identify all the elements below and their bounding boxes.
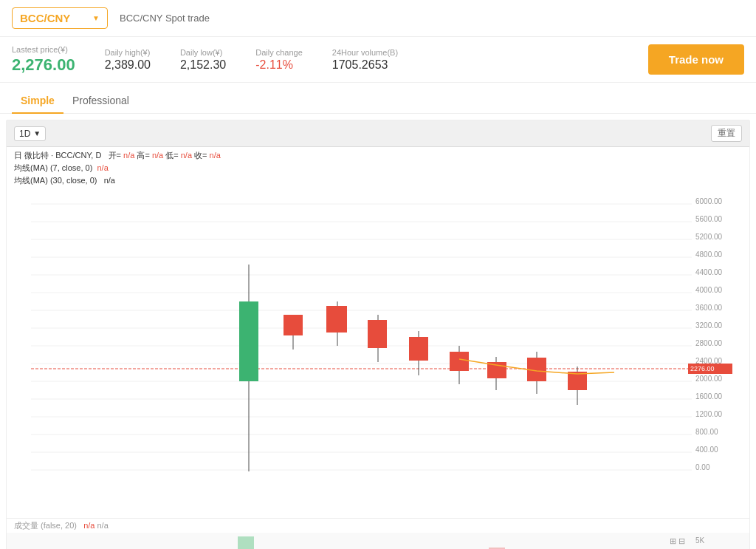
latest-price-label: Lastest price(¥) (12, 45, 75, 54)
svg-text:3600.00: 3600.00 (695, 304, 723, 312)
header: BCC/CNY ▼ BCC/CNY Spot trade (0, 0, 756, 37)
svg-text:5600.00: 5600.00 (695, 215, 723, 223)
svg-text:4000.00: 4000.00 (695, 286, 723, 294)
volume-label: 24Hour volume(B) (332, 48, 398, 57)
svg-text:⊞ ⊟: ⊞ ⊟ (670, 536, 685, 545)
pair-selector[interactable]: BCC/CNY ▼ (12, 7, 108, 29)
svg-text:4800.00: 4800.00 (695, 250, 723, 259)
svg-text:5200.00: 5200.00 (695, 233, 723, 241)
svg-text:2000.00: 2000.00 (695, 375, 723, 383)
chart-toolbar: 1D ▼ 重置 (7, 120, 749, 147)
time-dropdown-icon: ▼ (33, 129, 41, 137)
trade-now-button[interactable]: Trade now (648, 44, 744, 75)
svg-text:4400.00: 4400.00 (695, 268, 723, 276)
latest-price-value: 2,276.00 (12, 55, 75, 75)
grid-lines (31, 204, 692, 470)
candle-body-4 (368, 320, 387, 348)
stats-bar: Lastest price(¥) 2,276.00 Daily high(¥) … (0, 37, 756, 83)
volume-value: 1705.2653 (332, 58, 398, 72)
svg-text:3200.00: 3200.00 (695, 321, 723, 330)
candle-body-2 (284, 315, 303, 335)
candlestick-chart-svg: 6000.00 5600.00 5200.00 4800.00 4400.00 … (7, 191, 749, 516)
dropdown-arrow-icon: ▼ (92, 14, 100, 22)
svg-text:2800.00: 2800.00 (695, 339, 723, 347)
vol-bar-2 (238, 536, 254, 549)
chart-tabs: Simple Professional (0, 83, 756, 114)
volume-stat: 24Hour volume(B) 1705.2653 (332, 48, 398, 72)
ma7-line: 均线(MA) (7, close, 0) n/a (14, 163, 742, 174)
chart-container: 1D ▼ 重置 日 微比特 · BCC/CNY, D 开= n/a 高= n/a… (6, 120, 750, 549)
y-axis-labels: 6000.00 5600.00 5200.00 4800.00 4400.00 … (695, 197, 723, 471)
chart-info: 日 微比特 · BCC/CNY, D 开= n/a 高= n/a 低= n/a … (7, 147, 749, 191)
chart-title-line: 日 微比特 · BCC/CNY, D 开= n/a 高= n/a 低= n/a … (14, 150, 742, 161)
svg-text:1200.00: 1200.00 (695, 410, 723, 418)
main-chart: 6000.00 5600.00 5200.00 4800.00 4400.00 … (7, 191, 749, 518)
candle-body-1 (239, 301, 258, 381)
tab-professional[interactable]: Professional (63, 89, 138, 114)
reset-button[interactable]: 重置 (711, 125, 742, 142)
svg-text:1600.00: 1600.00 (695, 392, 723, 400)
candle-body-3 (326, 306, 347, 333)
daily-low-stat: Daily low(¥) 2,152.30 (180, 48, 226, 72)
daily-change-value: -2.11% (255, 58, 303, 72)
price-label: 2276.00 (690, 365, 715, 372)
trade-type-label: BCC/CNY Spot trade (120, 13, 210, 24)
daily-change-label: Daily change (255, 48, 303, 57)
volume-chart: 5K 2.5K 0 ⊞ ⊟ (7, 533, 749, 549)
daily-change-stat: Daily change -2.11% (255, 48, 303, 72)
svg-text:6000.00: 6000.00 (695, 197, 723, 205)
candle-body-6 (450, 352, 469, 371)
time-period-label: 1D (19, 129, 30, 139)
daily-high-stat: Daily high(¥) 2,389.00 (105, 48, 151, 72)
svg-text:0.00: 0.00 (695, 463, 710, 471)
svg-text:800.00: 800.00 (695, 428, 718, 436)
volume-chart-svg: 5K 2.5K 0 ⊞ ⊟ (7, 533, 749, 549)
tab-simple[interactable]: Simple (12, 89, 63, 114)
latest-price-stat: Lastest price(¥) 2,276.00 (12, 45, 75, 75)
daily-high-label: Daily high(¥) (105, 48, 151, 57)
candle-body-5 (409, 337, 428, 361)
svg-text:5K: 5K (695, 536, 705, 545)
ma30-line: 均线(MA) (30, close, 0) n/a (14, 175, 742, 186)
pair-label: BCC/CNY (20, 12, 88, 24)
volume-label: 成交量 (false, 20) n/a n/a (7, 518, 749, 533)
time-period-selector[interactable]: 1D ▼ (14, 126, 46, 141)
svg-text:400.00: 400.00 (695, 446, 718, 454)
daily-low-label: Daily low(¥) (180, 48, 226, 57)
daily-low-value: 2,152.30 (180, 58, 226, 72)
daily-high-value: 2,389.00 (105, 58, 151, 72)
